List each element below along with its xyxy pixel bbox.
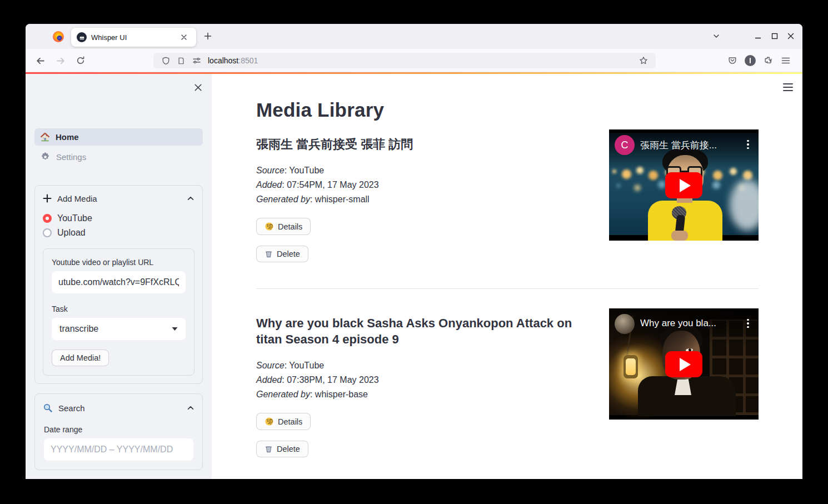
monocle-face-icon: [265, 417, 274, 426]
youtube-embed[interactable]: C 張雨生 當兵前接...: [609, 129, 759, 241]
media-title: Why are you black Sasha Asks Onyankopon …: [256, 315, 587, 347]
video-more-kebab-icon[interactable]: [743, 137, 753, 152]
radio-upload[interactable]: Upload: [43, 226, 194, 240]
gear-icon: [40, 152, 51, 162]
add-media-form: Youtube video or playlist URL Task trans…: [43, 248, 194, 376]
reload-button[interactable]: [72, 52, 89, 69]
youtube-url-input[interactable]: [52, 271, 186, 293]
video-overlay-title[interactable]: Why are you bla...: [640, 318, 736, 329]
meta-generated-by: Generated by: whisper-small: [256, 192, 587, 207]
date-range-input[interactable]: [44, 438, 193, 461]
chevron-up-icon[interactable]: [187, 404, 194, 412]
video-overlay-title[interactable]: 張雨生 當兵前接...: [640, 139, 736, 152]
extensions-puzzle-icon[interactable]: [759, 52, 777, 69]
media-entry-info: Why are you black Sasha Asks Onyankopon …: [256, 308, 609, 457]
add-media-expander-header[interactable]: Add Media: [35, 186, 202, 211]
sidebar-close-icon[interactable]: [192, 81, 204, 93]
chevron-up-icon[interactable]: [187, 194, 194, 202]
meta-source: Source: YouTube: [256, 163, 587, 178]
radio-unselected-icon: [43, 228, 52, 237]
radio-selected-icon: [43, 214, 52, 223]
url-host: localhost: [208, 56, 238, 65]
youtube-embed[interactable]: Why are you bla...: [609, 308, 759, 420]
search-expander: Search Date range: [34, 393, 203, 470]
url-bar[interactable]: localhost:8501: [153, 53, 656, 68]
sidebar: Home Settings Add Media: [26, 72, 212, 479]
media-entry: 張雨生 當兵前接受 張菲 訪問 Source: YouTube Added: 0…: [256, 129, 759, 262]
channel-avatar[interactable]: [615, 314, 635, 334]
house-icon: [40, 132, 50, 142]
date-range-label: Date range: [44, 425, 193, 434]
media-entry-info: 張雨生 當兵前接受 張菲 訪問 Source: YouTube Added: 0…: [256, 129, 609, 262]
expander-title: Search: [58, 403, 181, 413]
tracking-shield-icon[interactable]: [158, 54, 173, 67]
streamlit-menu-hamburger-icon[interactable]: [782, 82, 794, 93]
wastebasket-icon: [265, 445, 273, 453]
add-media-expander: Add Media YouTube Upload Yout: [34, 185, 203, 384]
meta-added: Added: 07:54PM, 17 May 2023: [256, 178, 587, 192]
task-select[interactable]: transcribe: [52, 318, 186, 340]
app-area: Home Settings Add Media: [26, 72, 802, 479]
main-area: Media Library 張雨生 當兵前接受 張菲 訪問 Source: Yo…: [212, 72, 802, 479]
browser-window: Whisper UI: [26, 24, 802, 479]
browser-tab[interactable]: Whisper UI: [71, 28, 196, 47]
back-button[interactable]: [31, 52, 49, 69]
browser-menu-hamburger-icon[interactable]: [777, 52, 795, 69]
media-title: 張雨生 當兵前接受 張菲 訪問: [256, 136, 587, 152]
window-minimize-button[interactable]: [751, 29, 765, 43]
wastebasket-icon: [265, 249, 273, 258]
main-content: Media Library 張雨生 當兵前接受 張菲 訪問 Source: Yo…: [212, 72, 802, 457]
select-caret-icon: [172, 327, 178, 331]
reader-page-icon[interactable]: [173, 54, 189, 67]
url-field-label: Youtube video or playlist URL: [52, 258, 186, 267]
meta-source: Source: YouTube: [256, 358, 587, 373]
pocket-icon[interactable]: [724, 52, 741, 69]
bookmark-star-icon[interactable]: [636, 54, 651, 67]
window-maximize-button[interactable]: [768, 29, 781, 43]
video-more-kebab-icon[interactable]: [743, 316, 753, 331]
media-entry: Why are you black Sasha Asks Onyankopon …: [256, 308, 759, 457]
forward-button[interactable]: [52, 52, 69, 69]
extension-badge-icon[interactable]: [741, 52, 759, 69]
media-meta: Source: YouTube Added: 07:54PM, 17 May 2…: [256, 163, 587, 207]
tab-close-icon[interactable]: [177, 31, 191, 44]
window-close-button[interactable]: [784, 29, 797, 43]
meta-generated-by: Generated by: whisper-base: [256, 387, 587, 402]
channel-avatar[interactable]: C: [615, 135, 635, 155]
url-text: localhost:8501: [208, 56, 636, 65]
firefox-logo-icon[interactable]: [53, 31, 64, 42]
navigation-toolbar: localhost:8501: [26, 49, 802, 72]
meta-added: Added: 07:38PM, 17 May 2023: [256, 373, 587, 387]
expander-title: Add Media: [57, 194, 181, 203]
magnifier-icon: [43, 403, 53, 413]
tab-bar: Whisper UI: [26, 24, 802, 49]
entry-divider: [256, 288, 759, 289]
tab-title: Whisper UI: [91, 33, 177, 42]
streamlit-decoration-bar: [26, 72, 802, 74]
media-meta: Source: YouTube Added: 07:38PM, 17 May 2…: [256, 358, 587, 402]
sidebar-item-label: Home: [56, 132, 79, 142]
sidebar-item-home[interactable]: Home: [34, 128, 203, 146]
url-port: :8501: [238, 56, 258, 65]
page-title: Media Library: [256, 99, 759, 121]
task-field-label: Task: [52, 305, 186, 313]
sidebar-item-settings[interactable]: Settings: [34, 148, 203, 166]
youtube-play-button[interactable]: [665, 351, 702, 377]
new-tab-button[interactable]: [201, 29, 215, 43]
details-button[interactable]: Details: [256, 218, 311, 235]
search-expander-header[interactable]: Search: [35, 394, 202, 422]
delete-button[interactable]: Delete: [256, 246, 308, 262]
permissions-tune-icon[interactable]: [189, 54, 204, 67]
radio-youtube[interactable]: YouTube: [43, 211, 194, 226]
plus-icon: [43, 194, 52, 203]
add-media-submit-button[interactable]: Add Media!: [52, 350, 109, 366]
whisper-favicon-icon: [77, 32, 87, 42]
delete-button[interactable]: Delete: [256, 441, 308, 457]
list-tabs-chevron-icon[interactable]: [710, 29, 723, 43]
details-button[interactable]: Details: [256, 413, 311, 430]
monocle-face-icon: [265, 222, 274, 231]
youtube-play-button[interactable]: [665, 172, 702, 198]
sidebar-item-label: Settings: [56, 152, 86, 162]
add-media-expander-body: YouTube Upload Youtube video or playlist…: [35, 211, 202, 383]
search-expander-body: Date range: [35, 425, 202, 470]
